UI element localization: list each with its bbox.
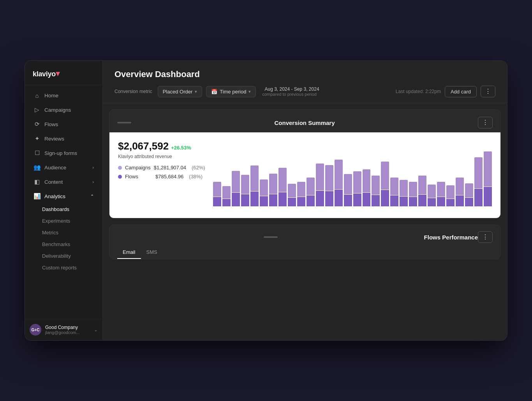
- bar-top-segment: [418, 176, 426, 195]
- bar-top-segment: [307, 178, 315, 195]
- bar-group: [278, 144, 287, 206]
- sidebar-item-experiments[interactable]: Experiments: [27, 215, 100, 227]
- sidebar-item-deliverability[interactable]: Deliverability: [27, 250, 100, 262]
- bar-top-segment: [316, 164, 324, 190]
- sidebar-item-label: Content: [44, 179, 63, 185]
- bar-group: [465, 144, 473, 206]
- sidebar-item-campaigns[interactable]: ▷ Campaigns: [27, 103, 100, 117]
- flows-icon: ⟳: [33, 121, 41, 128]
- revenue-label: Klaviyo attributed revenue: [118, 154, 204, 159]
- conversion-metric-label: Conversion metric: [115, 89, 152, 94]
- revenue-section: $2,067,592 +26.53% Klaviyo attributed re…: [118, 140, 204, 183]
- revenue-change: +26.53%: [171, 145, 191, 151]
- account-switcher[interactable]: G+C Good Company jlang@goodcom... ⌄: [25, 319, 102, 340]
- bar-top-segment: [335, 160, 343, 189]
- bar-top-segment: [390, 178, 398, 195]
- toolbar: Conversion metric Placed Order ▾ 📅 Time …: [115, 86, 495, 103]
- sidebar-item-label: Reviews: [44, 136, 64, 142]
- sidebar-item-analytics[interactable]: 📊 Analytics ⌃: [27, 189, 100, 203]
- conversion-summary-title: Conversion Summary: [274, 120, 335, 126]
- sidebar-item-dashboards[interactable]: Dashboards: [27, 204, 100, 215]
- sidebar-item-audience[interactable]: 👥 Audience ›: [27, 160, 100, 174]
- bar-group: [428, 144, 436, 206]
- bar-group: [241, 144, 249, 206]
- analytics-icon: 📊: [33, 193, 41, 200]
- flows-legend-dot: [118, 175, 122, 179]
- sidebar-item-label: Flows: [44, 121, 58, 127]
- reviews-icon: ✦: [33, 135, 41, 142]
- sidebar-item-content[interactable]: ◧ Content ›: [27, 175, 100, 189]
- bar-group: [456, 144, 464, 206]
- flows-legend-value: $785,684.96: [155, 174, 183, 179]
- sidebar-item-reviews[interactable]: ✦ Reviews: [27, 132, 100, 146]
- bar-group: [363, 144, 371, 206]
- bar-bottom-segment: [372, 195, 380, 206]
- bar-top-segment: [363, 169, 371, 192]
- bar-bottom-segment: [213, 197, 221, 206]
- flows-legend-pct: (38%): [189, 174, 203, 179]
- bar-bottom-segment: [288, 198, 296, 206]
- sidebar-item-signup-forms[interactable]: ☐ Sign-up forms: [27, 146, 100, 160]
- signup-icon: ☐: [33, 149, 41, 157]
- campaigns-legend-pct: (62%): [192, 165, 205, 171]
- sidebar-item-flows[interactable]: ⟳ Flows: [27, 117, 100, 131]
- flows-more-button[interactable]: ⋮: [478, 231, 493, 243]
- sidebar-item-custom-reports[interactable]: Custom reports: [27, 262, 100, 273]
- bar-bottom-segment: [250, 192, 259, 206]
- chevron-down-icon: ▾: [195, 89, 197, 94]
- add-card-button[interactable]: Add card: [445, 86, 477, 97]
- bar-group: [437, 144, 445, 206]
- conversion-metric-dropdown[interactable]: Placed Order ▾: [158, 86, 203, 97]
- bar-group: [400, 144, 408, 206]
- bar-bottom-segment: [465, 198, 473, 206]
- bar-group: [418, 144, 426, 206]
- last-updated-text: Last updated: 2:22pm: [396, 89, 441, 94]
- campaigns-legend-value: $1,281,907.04: [154, 165, 186, 171]
- bar-bottom-segment: [446, 199, 454, 206]
- sub-item-label: Benchmarks: [42, 241, 70, 247]
- bar-bottom-segment: [335, 190, 343, 206]
- sidebar-item-label: Analytics: [44, 193, 65, 199]
- sidebar-item-metrics[interactable]: Metrics: [27, 227, 100, 238]
- bar-top-segment: [344, 174, 352, 194]
- bar-top-segment: [456, 178, 464, 195]
- bar-group: [250, 144, 259, 206]
- bar-bottom-segment: [400, 197, 408, 206]
- bar-top-segment: [325, 165, 333, 191]
- bar-top-segment: [446, 185, 454, 198]
- logo: klaviyo: [33, 70, 56, 78]
- bar-top-segment: [353, 171, 361, 193]
- flows-performance-card: Flows Performance ⋮ Email SMS: [109, 225, 501, 259]
- sidebar-item-benchmarks[interactable]: Benchmarks: [27, 239, 100, 250]
- sub-item-label: Custom reports: [42, 265, 77, 271]
- sub-item-label: Experiments: [42, 218, 70, 224]
- home-icon: ⌂: [33, 92, 41, 99]
- conversion-card-header: Conversion Summary ⋮: [109, 110, 500, 132]
- drag-handle[interactable]: [117, 122, 131, 123]
- campaigns-icon: ▷: [33, 106, 41, 113]
- bar-top-segment: [222, 186, 231, 198]
- bar-bottom-segment: [260, 196, 268, 206]
- more-options-button[interactable]: ⋮: [481, 86, 495, 97]
- bar-group: [222, 144, 231, 206]
- tab-sms[interactable]: SMS: [141, 247, 163, 259]
- chevron-down-icon: ›: [92, 179, 94, 184]
- drag-pill: [264, 236, 278, 238]
- bar-top-segment: [241, 175, 249, 194]
- bar-group: [474, 144, 483, 206]
- bar-bottom-segment: [269, 194, 277, 206]
- bar-group: [325, 144, 333, 206]
- bar-bottom-segment: [241, 194, 249, 206]
- tab-email[interactable]: Email: [117, 247, 141, 259]
- bar-chart: [213, 140, 492, 210]
- conversion-more-button[interactable]: ⋮: [478, 117, 493, 128]
- page-header: Overview Dashboard Conversion metric Pla…: [103, 61, 507, 103]
- bar-top-segment: [409, 182, 417, 197]
- bar-bottom-segment: [353, 193, 361, 206]
- bar-group: [316, 144, 324, 206]
- sidebar-item-home[interactable]: ⌂ Home: [27, 89, 100, 102]
- conversion-summary-card: Conversion Summary ⋮ $2,067,592 +26.53% …: [109, 109, 501, 218]
- date-range-display: Aug 3, 2024 - Sep 3, 2024 compared to pr…: [262, 86, 319, 97]
- bar-bottom-segment: [390, 195, 398, 206]
- time-period-dropdown[interactable]: 📅 Time period ▾: [206, 86, 256, 97]
